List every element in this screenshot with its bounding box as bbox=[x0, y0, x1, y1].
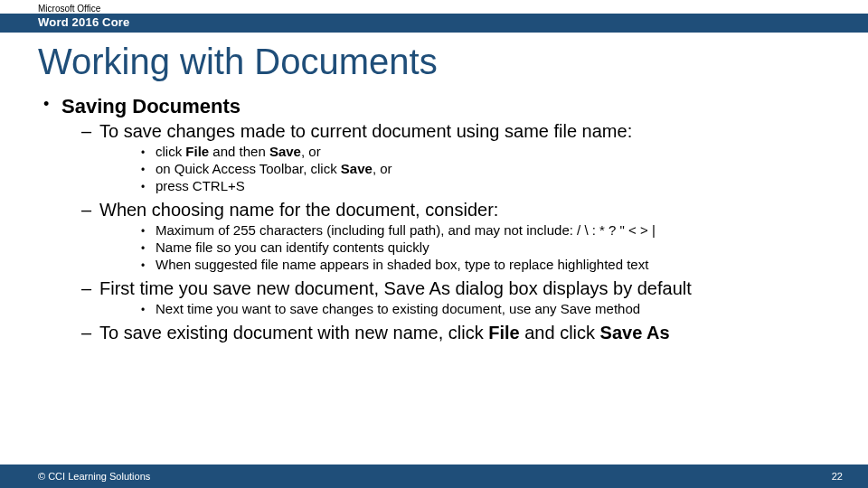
detail-text: Next time you want to save changes to ex… bbox=[156, 301, 640, 316]
detail-item: Next time you want to save changes to ex… bbox=[99, 301, 830, 317]
brand-label: Microsoft Office bbox=[0, 0, 868, 14]
slide: Microsoft Office Word 2016 Core Working … bbox=[0, 0, 868, 488]
sub-text: To save existing document with new name,… bbox=[99, 323, 670, 343]
detail-text: Name file so you can identify contents q… bbox=[156, 239, 429, 255]
detail-text: When suggested file name appears in shad… bbox=[156, 257, 648, 272]
detail-item: press CTRL+S bbox=[99, 178, 830, 194]
detail-text: Maximum of 255 characters (including ful… bbox=[156, 222, 656, 238]
detail-item: When suggested file name appears in shad… bbox=[99, 257, 830, 273]
detail-item: Name file so you can identify contents q… bbox=[99, 239, 830, 256]
copyright-text: © CCI Learning Solutions bbox=[38, 471, 150, 482]
detail-item: click File and then Save, or bbox=[99, 144, 830, 160]
page-number: 22 bbox=[832, 471, 843, 482]
detail-item: on Quick Access Toolbar, click Save, or bbox=[99, 161, 830, 177]
detail-text: click File and then Save, or bbox=[156, 144, 321, 159]
footer-bar: © CCI Learning Solutions 22 bbox=[0, 465, 868, 488]
sub-item: To save changes made to current document… bbox=[61, 121, 830, 194]
content-area: Saving Documents To save changes made to… bbox=[0, 95, 868, 488]
sub-item: First time you save new document, Save A… bbox=[61, 278, 830, 317]
sub-item: To save existing document with new name,… bbox=[61, 323, 830, 343]
product-band: Word 2016 Core bbox=[0, 14, 868, 33]
detail-text: press CTRL+S bbox=[156, 178, 245, 193]
page-title: Working with Documents bbox=[0, 33, 868, 95]
bullet-main: Saving Documents To save changes made to… bbox=[38, 95, 830, 343]
detail-item: Maximum of 255 characters (including ful… bbox=[99, 222, 830, 239]
sub-text: First time you save new document, Save A… bbox=[99, 278, 692, 298]
bullet-main-text: Saving Documents bbox=[61, 95, 241, 117]
detail-text: on Quick Access Toolbar, click Save, or bbox=[156, 161, 392, 176]
sub-text: When choosing name for the document, con… bbox=[99, 200, 498, 220]
sub-item: When choosing name for the document, con… bbox=[61, 200, 830, 273]
sub-text: To save changes made to current document… bbox=[99, 121, 632, 141]
